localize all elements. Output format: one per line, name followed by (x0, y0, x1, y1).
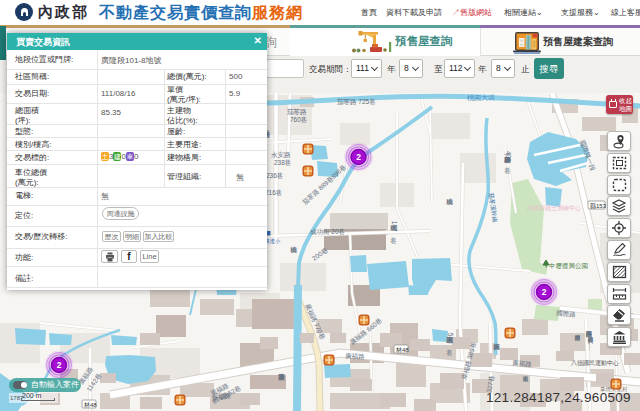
svg-text:成功街 20巷: 成功街 20巷 (310, 228, 345, 236)
svg-text:內政部國土測繪中心: 內政部國土測繪中心 (527, 204, 581, 212)
svg-text:縣153: 縣153 (590, 202, 607, 210)
svg-text:238巷: 238巷 (274, 159, 291, 166)
svg-text:永安路: 永安路 (271, 151, 291, 159)
svg-text:760巷: 760巷 (290, 116, 307, 123)
svg-text:林48: 林48 (395, 347, 409, 353)
svg-text:林48: 林48 (83, 402, 97, 408)
svg-text:236巷: 236巷 (266, 172, 283, 179)
svg-text:桃園大圳: 桃園大圳 (467, 94, 495, 102)
svg-text:八德國民運動中心: 八德國民運動中心 (571, 359, 619, 367)
svg-text:中壢復興公園: 中壢復興公園 (549, 262, 588, 270)
svg-text:茄苳路: 茄苳路 (287, 108, 307, 116)
svg-text:茄苳路 725巷: 茄苳路 725巷 (337, 98, 376, 106)
svg-text:216巷: 216巷 (265, 189, 282, 196)
